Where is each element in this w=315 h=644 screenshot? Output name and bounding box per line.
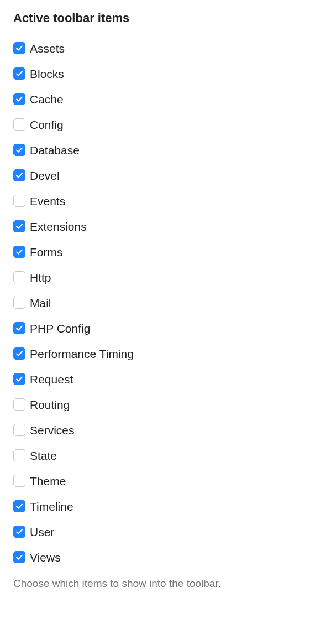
checkbox-row[interactable]: Request <box>13 366 302 392</box>
checkbox-label: Performance Timing <box>30 348 134 360</box>
checkbox-row[interactable]: PHP Config <box>13 315 302 341</box>
checkbox-list: AssetsBlocksCacheConfigDatabaseDevelEven… <box>13 35 302 570</box>
checkbox-row[interactable]: Forms <box>13 239 302 264</box>
checkbox-label: Request <box>30 373 73 385</box>
checkmark-icon <box>15 350 23 357</box>
checkbox[interactable] <box>13 220 25 232</box>
checkbox-label: PHP Config <box>30 323 90 334</box>
checkbox-row[interactable]: Assets <box>13 35 302 61</box>
checkbox-row[interactable]: Timeline <box>13 494 302 519</box>
checkbox[interactable] <box>13 67 25 80</box>
checkbox[interactable] <box>13 271 25 283</box>
checkbox[interactable] <box>13 322 25 334</box>
checkbox-row[interactable]: Devel <box>13 163 302 188</box>
checkmark-icon <box>15 553 23 561</box>
checkbox-label: Blocks <box>30 68 64 80</box>
checkmark-icon <box>15 375 23 383</box>
checkbox-label: Forms <box>30 246 63 258</box>
checkmark-icon <box>15 502 23 510</box>
checkbox-label: Mail <box>30 297 51 309</box>
checkbox[interactable] <box>13 449 25 461</box>
checkbox-row[interactable]: Events <box>13 188 302 214</box>
checkbox[interactable] <box>13 347 25 360</box>
checkbox[interactable] <box>13 246 25 258</box>
checkbox-row[interactable]: Views <box>13 544 302 570</box>
checkbox-row[interactable]: State <box>13 443 302 468</box>
checkbox-label: State <box>30 450 57 461</box>
checkbox-row[interactable]: Performance Timing <box>13 341 302 366</box>
checkmark-icon <box>15 95 23 103</box>
checkbox-row[interactable]: Config <box>13 112 302 137</box>
checkbox-row[interactable]: Extensions <box>13 214 302 239</box>
checkbox-label: Config <box>30 119 64 131</box>
checkbox[interactable] <box>13 424 25 436</box>
help-text: Choose which items to show into the tool… <box>13 578 302 590</box>
checkbox-row[interactable]: Theme <box>13 468 302 494</box>
checkbox[interactable] <box>13 169 25 181</box>
checkbox[interactable] <box>13 398 25 411</box>
checkbox-label: Cache <box>30 94 64 105</box>
checkmark-icon <box>15 70 23 77</box>
checkbox-label: Views <box>30 552 61 563</box>
checkbox-label: User <box>30 526 54 538</box>
checkmark-icon <box>15 248 23 256</box>
checkbox[interactable] <box>13 195 25 207</box>
checkbox-label: Services <box>30 424 75 436</box>
checkbox-label: Timeline <box>30 501 74 512</box>
checkmark-icon <box>15 172 23 179</box>
checkbox[interactable] <box>13 42 25 54</box>
checkmark-icon <box>15 528 23 536</box>
checkbox[interactable] <box>13 297 25 309</box>
checkbox-row[interactable]: User <box>13 519 302 544</box>
checkmark-icon <box>15 324 23 332</box>
checkbox-row[interactable]: Services <box>13 417 302 443</box>
checkbox[interactable] <box>13 93 25 105</box>
checkbox-label: Assets <box>30 43 65 54</box>
checkbox[interactable] <box>13 500 25 512</box>
checkbox-label: Extensions <box>30 221 87 232</box>
checkbox-row[interactable]: Cache <box>13 86 302 112</box>
checkbox-label: Http <box>30 272 51 283</box>
checkbox-row[interactable]: Http <box>13 264 302 290</box>
checkbox[interactable] <box>13 373 25 385</box>
checkbox-label: Theme <box>30 475 66 487</box>
checkbox-row[interactable]: Blocks <box>13 61 302 86</box>
checkmark-icon <box>15 146 23 154</box>
checkbox[interactable] <box>13 475 25 487</box>
checkbox-row[interactable]: Routing <box>13 392 302 417</box>
checkbox-row[interactable]: Database <box>13 137 302 163</box>
checkbox-label: Devel <box>30 170 60 181</box>
checkbox[interactable] <box>13 551 25 563</box>
checkbox[interactable] <box>13 144 25 156</box>
checkbox-label: Routing <box>30 399 70 411</box>
checkmark-icon <box>15 44 23 52</box>
checkmark-icon <box>15 222 23 230</box>
section-title: Active toolbar items <box>13 11 302 25</box>
checkbox-label: Events <box>30 195 65 207</box>
checkbox-label: Database <box>30 144 80 156</box>
checkbox-row[interactable]: Mail <box>13 290 302 315</box>
checkbox[interactable] <box>13 118 25 131</box>
checkbox[interactable] <box>13 526 25 538</box>
